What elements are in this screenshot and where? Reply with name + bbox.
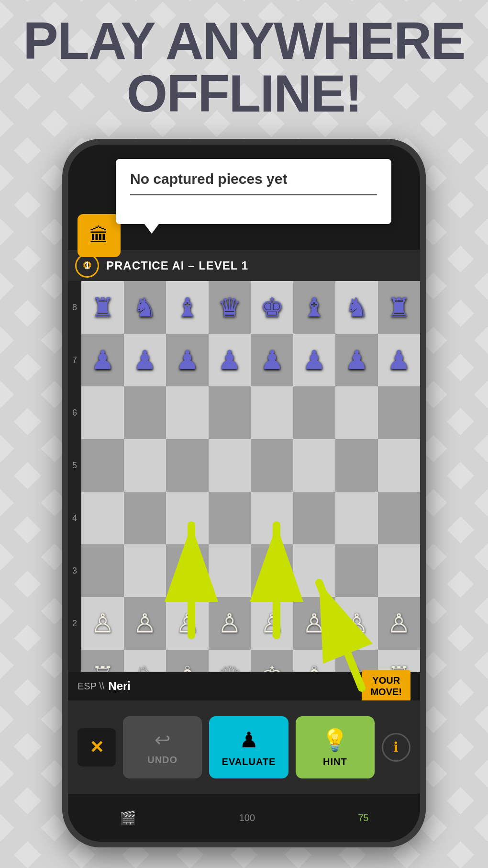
header-line2: OFFLINE!	[0, 67, 488, 120]
board-cell-a5[interactable]	[81, 439, 124, 492]
film-icon: 🎬	[120, 810, 136, 826]
chess-board[interactable]: 8♜♞♝♛♚♝♞♜7♟♟♟♟♟♟♟♟65432♙♙♙♙♙♙♙♙1♖♘♗♕♔♗♘♖	[68, 281, 420, 702]
board-cell-e4[interactable]	[251, 492, 293, 544]
board-cell-f8[interactable]: ♝	[293, 281, 336, 334]
board-cell-h4[interactable]	[378, 492, 421, 544]
board-cell-c6[interactable]	[166, 386, 209, 439]
practice-title: PRACTICE AI – LEVEL 1	[106, 259, 248, 272]
nav-score1-item: 100	[239, 812, 255, 823]
board-cell-h3[interactable]	[378, 544, 421, 597]
close-icon: ✕	[89, 737, 104, 757]
board-cell-b7[interactable]: ♟	[124, 334, 166, 386]
chess-piece: ♟	[91, 347, 114, 373]
nav-score2-item: 75	[358, 812, 368, 823]
board-cell-g8[interactable]: ♞	[335, 281, 378, 334]
bottom-nav: 🎬 100 75	[68, 794, 420, 842]
your-move-badge: YOUR MOVE!	[362, 670, 410, 702]
chess-piece: ♟	[218, 347, 241, 373]
evaluate-button[interactable]: ♟ EVALUATE	[209, 716, 288, 778]
player-flag: ESP \\	[78, 681, 104, 692]
board-cell-g7[interactable]: ♟	[335, 334, 378, 386]
chess-piece: ♟	[260, 347, 284, 373]
board-cell-e8[interactable]: ♚	[251, 281, 293, 334]
board-cell-d5[interactable]	[209, 439, 251, 492]
info-button[interactable]: ℹ	[382, 733, 410, 762]
undo-icon: ↩	[155, 729, 171, 751]
evaluate-icon: ♟	[239, 727, 258, 753]
board-cell-d4[interactable]	[209, 492, 251, 544]
board-cell-e7[interactable]: ♟	[251, 334, 293, 386]
board-cell-e5[interactable]	[251, 439, 293, 492]
board-cell-g4[interactable]	[335, 492, 378, 544]
board-cell-a6[interactable]	[81, 386, 124, 439]
chess-piece: ♛	[218, 294, 241, 321]
undo-button[interactable]: ↩ UNDO	[123, 716, 202, 778]
board-cell-c5[interactable]	[166, 439, 209, 492]
board-cell-f6[interactable]	[293, 386, 336, 439]
board-cell-g2[interactable]: ♙	[335, 597, 378, 650]
score1-value: 100	[239, 812, 255, 823]
your-move-line1: YOUR	[370, 675, 402, 686]
hint-button[interactable]: 💡 HINT	[296, 716, 375, 778]
board-cell-a8[interactable]: ♜	[81, 281, 124, 334]
chess-piece: ♙	[260, 610, 284, 637]
chess-piece: ♟	[133, 347, 156, 373]
board-cell-f4[interactable]	[293, 492, 336, 544]
board-cell-c4[interactable]	[166, 492, 209, 544]
board-cell-a2[interactable]: ♙	[81, 597, 124, 650]
board-cell-h8[interactable]: ♜	[378, 281, 421, 334]
board-cell-b5[interactable]	[124, 439, 166, 492]
board-cell-g3[interactable]	[335, 544, 378, 597]
chess-piece: ♜	[91, 294, 114, 321]
board-cell-a7[interactable]: ♟	[81, 334, 124, 386]
board-cell-g5[interactable]	[335, 439, 378, 492]
board-cell-d7[interactable]: ♟	[209, 334, 251, 386]
museum-icon-button[interactable]: 🏛	[78, 214, 121, 257]
chess-piece: ♟	[345, 347, 368, 373]
chess-piece: ♜	[387, 294, 410, 321]
board-cell-b3[interactable]	[124, 544, 166, 597]
board-cell-c7[interactable]: ♟	[166, 334, 209, 386]
bottom-controls: ✕ ↩ UNDO ♟ EVALUATE 💡 HINT ℹ	[68, 700, 420, 794]
phone-screen: No captured pieces yet 🏛 1 PRACTICE AI –…	[68, 145, 420, 842]
undo-label: UNDO	[147, 755, 177, 766]
board-cell-h2[interactable]: ♙	[378, 597, 421, 650]
board-cell-d8[interactable]: ♛	[209, 281, 251, 334]
board-cell-b6[interactable]	[124, 386, 166, 439]
board-cell-b2[interactable]: ♙	[124, 597, 166, 650]
board-cell-e6[interactable]	[251, 386, 293, 439]
close-button[interactable]: ✕	[78, 728, 116, 767]
info-icon: ℹ	[393, 739, 399, 755]
board-cell-h6[interactable]	[378, 386, 421, 439]
board-cell-h7[interactable]: ♟	[378, 334, 421, 386]
evaluate-label: EVALUATE	[222, 756, 276, 767]
board-cell-a4[interactable]	[81, 492, 124, 544]
board-cell-f2[interactable]: ♙	[293, 597, 336, 650]
board-cell-b4[interactable]	[124, 492, 166, 544]
board-cell-c2[interactable]: ♙	[166, 597, 209, 650]
board-cell-e3[interactable]	[251, 544, 293, 597]
chess-piece: ♝	[302, 294, 326, 321]
captured-pieces-text: No captured pieces yet	[130, 171, 377, 187]
board-cell-d6[interactable]	[209, 386, 251, 439]
board-cell-d3[interactable]	[209, 544, 251, 597]
board-cell-d2[interactable]: ♙	[209, 597, 251, 650]
captured-pieces-tooltip: No captured pieces yet	[116, 159, 391, 224]
board-cell-f3[interactable]	[293, 544, 336, 597]
chess-piece: ♚	[260, 294, 284, 321]
hint-icon: 💡	[322, 727, 348, 753]
board-cell-a3[interactable]	[81, 544, 124, 597]
board-cell-g6[interactable]	[335, 386, 378, 439]
board-cell-b8[interactable]: ♞	[124, 281, 166, 334]
nav-film-item[interactable]: 🎬	[120, 810, 136, 826]
board-cell-f5[interactable]	[293, 439, 336, 492]
chess-piece: ♙	[176, 610, 199, 637]
chess-piece: ♙	[133, 610, 156, 637]
row-label-3: 3	[68, 544, 81, 597]
board-cell-h5[interactable]	[378, 439, 421, 492]
board-cell-f7[interactable]: ♟	[293, 334, 336, 386]
board-cell-c8[interactable]: ♝	[166, 281, 209, 334]
board-cell-e2[interactable]: ♙	[251, 597, 293, 650]
board-cell-c3[interactable]	[166, 544, 209, 597]
level-number: 1	[84, 260, 89, 271]
